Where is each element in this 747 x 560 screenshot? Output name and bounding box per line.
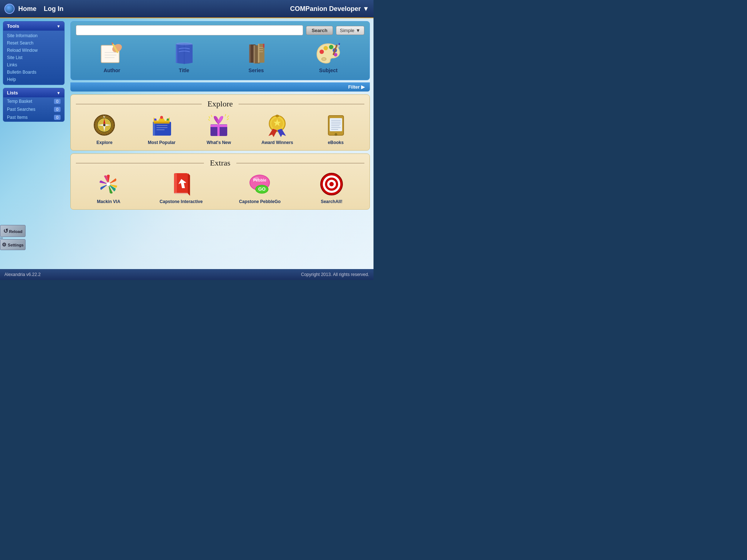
sidebar-item-help[interactable]: Help (3, 76, 64, 83)
category-subject[interactable]: Subject (311, 39, 346, 75)
subject-icon (314, 40, 343, 66)
mackin-via-icon (94, 171, 123, 197)
ebooks-label: eBooks (328, 140, 344, 145)
search-input[interactable] (76, 25, 303, 35)
title-icon (170, 40, 199, 66)
version-text: Alexandria v6.22.2 (4, 272, 40, 277)
filter-button[interactable]: Filter ▶ (348, 84, 365, 90)
explore-item-ebooks[interactable]: eBooks (321, 112, 351, 145)
filter-bar: Filter ▶ (70, 82, 370, 92)
sidebar-item-past-searches[interactable]: Past Searches 0 (3, 105, 64, 113)
extras-item-mackin-via[interactable]: Mackin VIA (94, 171, 123, 204)
sidebar-item-site-list[interactable]: Site List (3, 54, 64, 61)
temp-basket-count: 0 (54, 99, 61, 104)
explore-item-most-popular[interactable]: Most Popular (147, 112, 176, 145)
settings-button[interactable]: ⚙ Settings (0, 239, 26, 250)
simple-dropdown-button[interactable]: Simple ▼ (336, 26, 364, 35)
series-label: Series (248, 67, 264, 73)
svg-point-8 (176, 42, 192, 45)
explore-item-award-winners[interactable]: Award Winners (262, 112, 293, 145)
tools-panel: Tools ▼ Site Information Reset Search Re… (3, 21, 65, 85)
brand[interactable]: COMPanion Developer ▼ (290, 5, 369, 13)
copyright-text: Copyright 2013. All rights reserved. (301, 272, 369, 277)
login-link[interactable]: Log In (44, 5, 63, 13)
svg-point-19 (320, 50, 324, 54)
svg-point-59 (217, 120, 220, 123)
extras-section: Extras (70, 153, 370, 210)
svg-text:GO: GO (258, 186, 266, 192)
tools-label: Tools (7, 23, 19, 29)
extras-item-capstone-interactive[interactable]: Capstone Interactive (160, 171, 203, 204)
svg-line-54 (209, 116, 210, 118)
whats-new-label: What's New (207, 140, 231, 145)
svg-point-20 (324, 46, 328, 50)
sidebar-item-reset-search[interactable]: Reset Search (3, 39, 64, 47)
lists-label: Lists (7, 90, 18, 96)
sidebar-item-temp-basket[interactable]: Temp Basket 0 (3, 97, 64, 105)
side-controls: ↺ Reload ⚙ Settings (0, 225, 26, 251)
svg-rect-78 (174, 173, 177, 194)
reload-button[interactable]: ↺ Reload (0, 225, 26, 237)
home-link[interactable]: Home (18, 5, 36, 13)
explore-items: N Explore (76, 112, 364, 145)
svg-rect-41 (153, 122, 155, 136)
explore-item-explore[interactable]: N Explore (90, 112, 119, 145)
tools-menu: Site Information Reset Search Reload Win… (3, 31, 64, 85)
svg-rect-52 (210, 125, 227, 127)
svg-point-21 (329, 45, 333, 49)
sidebar-item-links[interactable]: Links (3, 61, 64, 69)
svg-line-56 (227, 118, 229, 120)
svg-point-43 (160, 116, 163, 119)
explore-title-row: Explore (76, 99, 364, 109)
capstone-interactive-icon (167, 171, 196, 197)
category-series[interactable]: Series (239, 39, 274, 75)
extras-title-row: Extras (76, 158, 364, 168)
svg-line-58 (225, 114, 226, 116)
svg-point-92 (329, 182, 334, 186)
lists-chevron-icon: ▼ (57, 91, 61, 95)
extras-line-right (236, 163, 364, 163)
series-icon (241, 40, 271, 66)
settings-label: Settings (8, 243, 23, 247)
extras-item-searchall[interactable]: SearchAll! (317, 171, 346, 204)
svg-rect-40 (153, 122, 171, 136)
svg-rect-80 (175, 193, 187, 194)
search-row: Search Simple ▼ (76, 25, 364, 35)
categories: Author (76, 39, 364, 75)
svg-point-76 (107, 182, 110, 186)
subject-label: Subject (319, 67, 338, 73)
tools-panel-header[interactable]: Tools ▼ (3, 22, 64, 31)
author-icon (97, 40, 127, 66)
extras-line-left (76, 163, 204, 163)
category-title[interactable]: Title (167, 39, 202, 75)
searchall-label: SearchAll! (321, 199, 342, 204)
svg-point-75 (335, 133, 337, 136)
svg-text:N: N (103, 116, 105, 118)
past-items-label: Past Items (7, 115, 28, 120)
explore-title: Explore (202, 99, 239, 109)
sidebar-item-reload-window[interactable]: Reload Window (3, 47, 64, 54)
tools-chevron-icon: ▼ (57, 24, 61, 28)
mackin-via-label: Mackin VIA (97, 199, 120, 204)
past-searches-label: Past Searches (7, 107, 35, 112)
sidebar-item-bulletin-boards[interactable]: Bulletin Boards (3, 69, 64, 76)
explore-item-whats-new[interactable]: What's New (204, 112, 233, 145)
globe-icon (4, 4, 15, 14)
past-searches-count: 0 (54, 107, 61, 112)
search-section: Search Simple ▼ (70, 21, 370, 80)
most-popular-icon (147, 112, 176, 138)
capstone-pebblego-label: Capstone PebbleGo (239, 199, 280, 204)
search-button[interactable]: Search (306, 26, 333, 35)
topbar: Home Log In COMPanion Developer ▼ (0, 0, 374, 18)
sidebar-item-past-items[interactable]: Past Items 0 (3, 113, 64, 121)
explore-line-right (239, 104, 364, 104)
lists-panel-header[interactable]: Lists ▼ (3, 88, 64, 97)
extras-item-capstone-pebblego[interactable]: Pebble GO Capstone PebbleGo (239, 171, 280, 204)
svg-rect-12 (253, 45, 255, 63)
svg-rect-65 (276, 116, 278, 117)
past-items-count: 0 (54, 115, 61, 120)
category-author[interactable]: Author (94, 39, 129, 75)
sidebar-item-site-information[interactable]: Site Information (3, 32, 64, 39)
award-winners-icon (263, 112, 292, 138)
explore-section: Explore (70, 94, 370, 151)
